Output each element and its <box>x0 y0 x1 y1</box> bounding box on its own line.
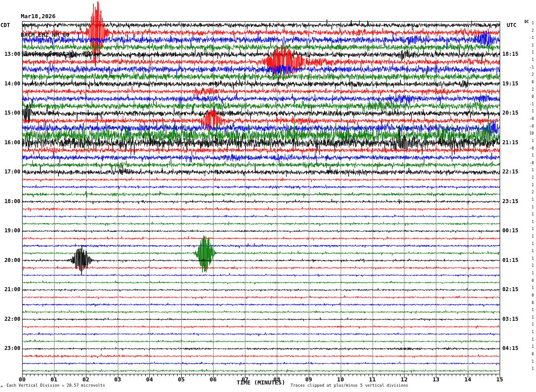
x-tick-label: 02 <box>80 377 92 383</box>
dc-offset-value: 1 <box>522 315 534 320</box>
dc-offset-value: 1 <box>522 234 534 239</box>
header-date: Mar18,2026 <box>21 13 93 19</box>
dc-offset-value: 1 <box>522 242 534 246</box>
left-time-label: 19:00 <box>0 227 20 234</box>
right-time-label: 19:15 <box>502 81 518 87</box>
x-tick-label: 12 <box>398 377 410 383</box>
right-time-label: 20:15 <box>502 110 518 116</box>
right-time-label: 03:15 <box>502 316 518 322</box>
dc-offset-value: 1 <box>522 345 534 349</box>
dc-offset-value: 1 <box>522 308 534 312</box>
dc-offset-value: 0 <box>522 279 534 283</box>
left-time-label: 21:00 <box>0 286 20 292</box>
dc-offset-value: 1 <box>522 360 534 364</box>
dc-offset-value: 2 <box>522 29 534 33</box>
x-tick-label: 11 <box>366 377 379 383</box>
right-time-label: 02:15 <box>502 286 518 292</box>
dc-offset-value: 1 <box>522 220 534 224</box>
dc-offset-value: 2 <box>522 73 534 77</box>
x-tick-label: 01 <box>48 377 60 383</box>
left-time-label: 16:00 <box>0 139 20 146</box>
dc-offset-value: 0 <box>522 301 534 305</box>
dc-offset-value: 1 <box>522 198 534 202</box>
x-tick-label: 05 <box>175 377 187 383</box>
x-tick-label: 00 <box>16 377 28 383</box>
dc-offset-value: -0 <box>522 146 534 151</box>
dc-offset-value: 1 <box>522 212 534 217</box>
dc-offset-value: 1 <box>522 338 534 342</box>
right-time-label: 23:15 <box>502 198 518 204</box>
left-time-label: 13:00 <box>0 51 20 57</box>
x-tick-label: 09 <box>303 377 315 383</box>
right-time-label: 04:15 <box>502 345 518 351</box>
right-timezone-label: UTC <box>507 22 517 28</box>
dc-offset-value: 1 <box>522 139 534 143</box>
dc-offset-value: 2 <box>522 190 534 195</box>
left-time-label: 15:00 <box>0 110 20 116</box>
dc-offset-value: -0 <box>522 117 534 121</box>
dc-offset-value: 1 <box>522 154 534 158</box>
x-tick-label: 06 <box>207 377 219 383</box>
left-time-label: 17:00 <box>0 169 20 175</box>
left-time-label: 22:00 <box>0 316 20 322</box>
dc-offset-value: 0 <box>522 293 534 298</box>
clip-note: Traces clipped at plus/minus 5 vertical … <box>291 383 408 388</box>
x-tick-label: 13 <box>430 377 442 383</box>
dc-offset-value: 1 <box>522 205 534 210</box>
right-time-label: 21:15 <box>502 139 518 146</box>
x-tick-label: 08 <box>271 377 283 383</box>
dc-offset-value: -1 <box>522 65 534 70</box>
dc-offset-value: 1 <box>522 249 534 254</box>
x-tick-label: 04 <box>143 377 155 383</box>
dc-offset-value: 1 <box>522 323 534 327</box>
dc-offset-value: 1 <box>522 21 534 26</box>
dc-offset-value: -1 <box>522 102 534 107</box>
dc-offset-value: 1 <box>522 286 534 290</box>
dc-offset-value: 0 <box>522 80 534 85</box>
right-time-label: 01:15 <box>502 257 518 263</box>
x-tick-label: 10 <box>334 377 347 383</box>
dc-offset-value: 1 <box>522 43 534 48</box>
dc-offset-value: 1 <box>522 183 534 188</box>
corner-glyph: M <box>1 385 3 388</box>
plot-header: Mar18,2026 BACM EHZ NM 00 (Barker Cemeta… <box>21 1 93 69</box>
right-time-label: 18:15 <box>502 51 518 57</box>
dc-offset-value: -0 <box>522 161 534 165</box>
dc-offset-value: 1 <box>522 176 534 180</box>
x-tick-label: 14 <box>462 377 474 383</box>
dc-offset-value: 1 <box>522 109 534 114</box>
left-time-label: 18:00 <box>0 198 20 204</box>
x-tick-label: 03 <box>112 377 124 383</box>
dc-offset-value: 1 <box>522 50 534 55</box>
header-station: BACM EHZ NM 00 <box>21 32 93 38</box>
dc-offset-value: 1 <box>522 168 534 173</box>
left-time-label: 14:00 <box>0 81 20 87</box>
right-time-label: 22:15 <box>502 169 518 175</box>
scale-note: Each Vertical Division = 28.57 microvolt… <box>7 383 105 388</box>
dc-offset-value: 1 <box>522 330 534 334</box>
dc-offset-value: -1 <box>522 36 534 40</box>
dc-offset-value: 1 <box>522 367 534 371</box>
x-tick-label: 15 <box>493 377 506 383</box>
dc-offset-value: 10 <box>522 131 534 136</box>
dc-offset-value: 1 <box>522 257 534 261</box>
webicorder-page: Mar18,2026 BACM EHZ NM 00 (Barker Cemeta… <box>0 0 536 392</box>
dc-offset-value: 2 <box>522 88 534 92</box>
dc-offset-value: 0 <box>522 95 534 99</box>
header-location: (Barker Cemetary, MO) <box>21 50 93 57</box>
dc-offset-value: 1 <box>522 264 534 268</box>
dc-offset-value: 1 <box>522 227 534 231</box>
right-time-label: 00:15 <box>502 227 518 234</box>
left-time-label: 20:00 <box>0 257 20 263</box>
left-timezone-label: CDT <box>0 22 10 28</box>
dc-offset-value: 1 <box>522 271 534 276</box>
x-tick-label: 07 <box>239 377 251 383</box>
dc-offset-value: 0 <box>522 352 534 357</box>
dc-offset-value: -0 <box>522 124 534 129</box>
left-time-label: 23:00 <box>0 345 20 351</box>
dc-offset-value: 1 <box>522 58 534 62</box>
